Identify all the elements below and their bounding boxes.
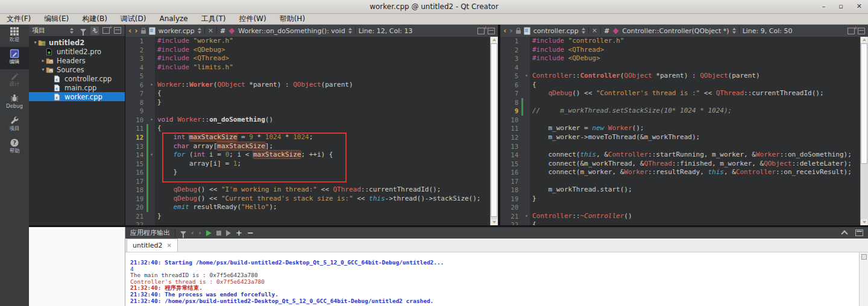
fold-margin <box>148 220 155 225</box>
close-document-icon[interactable]: × <box>208 25 213 36</box>
editor2-scrollbar[interactable] <box>860 37 868 225</box>
filter-tree-icon[interactable] <box>79 27 87 35</box>
symbol-dropdown-icon[interactable] <box>348 28 352 34</box>
menu-item[interactable]: 工具(T) <box>195 14 233 24</box>
symbol-dropdown-icon[interactable] <box>732 28 736 34</box>
run-icon[interactable] <box>206 230 212 236</box>
maximize-button[interactable]: ▫ <box>838 0 843 13</box>
output-scrollbar[interactable] <box>859 252 868 306</box>
menu-item[interactable]: 帮助(H) <box>273 14 312 24</box>
tree-item-untitled2[interactable]: ▾untitled2 <box>29 38 125 47</box>
editor1-code-area[interactable]: 1#include "worker.h"2#include <QDebug>3#… <box>125 37 491 225</box>
editor1-filename[interactable]: worker.cpp <box>159 27 195 35</box>
editor2-symbol[interactable]: Controller::Controller(QObject *) <box>622 27 729 35</box>
code-line: 20 <box>500 203 861 212</box>
sync-with-editor-icon[interactable] <box>90 27 99 35</box>
project-pane: 项目 ▾untitled2untitled2.pro▸hHeaders▾cSou… <box>29 25 125 225</box>
code-line: 7 qDebug() << "Controller's thread is :"… <box>500 89 861 98</box>
split-editor-icon[interactable] <box>477 28 485 34</box>
fold-marker-icon[interactable]: ▾ <box>148 151 155 160</box>
scroll-up-icon[interactable] <box>861 37 867 43</box>
menu-item[interactable]: 调试(D) <box>114 14 153 24</box>
close-button[interactable]: ✕ <box>857 0 862 13</box>
title-bar[interactable]: worker.cpp @ untitled2 - Qt Creator – ▫ … <box>0 0 868 14</box>
editor1-symbol[interactable]: Worker::on_doSomething(): void <box>238 27 345 35</box>
back-icon[interactable]: ‹ <box>128 25 131 36</box>
output-console[interactable]: 21:32:40: Starting /home/psx/build-untit… <box>125 252 860 306</box>
fold-marker-icon[interactable]: ▾ <box>523 72 530 81</box>
mode-item-design: 设计 <box>0 69 29 92</box>
zoom-in-icon[interactable]: + <box>236 228 242 238</box>
scroll-up-icon[interactable] <box>491 37 497 43</box>
fold-margin <box>148 46 155 55</box>
tree-item-untitled2-pro[interactable]: untitled2.pro <box>29 47 125 56</box>
close-split-icon[interactable] <box>858 28 865 34</box>
mode-item-projects[interactable]: 项目 <box>0 114 29 136</box>
expander-icon[interactable]: ▾ <box>40 67 46 72</box>
document-dropdown-icon[interactable] <box>582 28 585 34</box>
code-text: connect(this, &Controller::startRunning,… <box>530 151 852 160</box>
expander-icon[interactable]: ▾ <box>33 40 38 45</box>
mode-item-welcome[interactable]: 欢迎 <box>0 25 29 47</box>
split-editor-icon[interactable] <box>848 28 855 34</box>
split-pane-icon[interactable] <box>102 27 110 35</box>
close-split-icon[interactable] <box>488 28 495 34</box>
pane-selector-updown-icon[interactable] <box>68 27 76 35</box>
tree-item-sources[interactable]: ▾cSources <box>29 65 125 74</box>
line-number: 13 <box>500 142 521 151</box>
next-item-icon[interactable]: › <box>199 229 202 237</box>
symbol-hash-icon[interactable]: # <box>220 27 225 35</box>
back-icon[interactable]: ‹ <box>503 25 506 36</box>
zoom-out-icon[interactable]: − <box>247 228 254 238</box>
scroll-lock-icon[interactable] <box>861 254 867 260</box>
panel-window-icon[interactable] <box>855 230 863 236</box>
symbol-hash-icon[interactable]: # <box>604 27 609 35</box>
filter-output-icon[interactable] <box>180 231 186 235</box>
maximize-panel-icon[interactable] <box>841 230 848 237</box>
menu-item[interactable]: Analyze <box>153 14 194 24</box>
prev-item-icon[interactable]: ‹ <box>191 229 194 237</box>
mode-item-edit[interactable]: 编辑 <box>0 47 29 69</box>
tree-item-worker-cpp[interactable]: cworker.cpp <box>29 92 125 101</box>
fold-margin <box>523 220 530 225</box>
minimize-button[interactable]: – <box>822 0 826 13</box>
close-pane-icon[interactable] <box>113 27 122 35</box>
line-number: 2 <box>500 46 521 55</box>
code-text: #include "controller.h" <box>530 37 624 46</box>
editor1-scrollbar[interactable] <box>490 37 498 225</box>
menu-item[interactable]: 控件(W) <box>232 14 272 24</box>
forward-icon[interactable]: › <box>134 25 137 36</box>
code-text: connect(&m_workThread, &QThread::finishe… <box>530 160 852 169</box>
menu-item[interactable]: 构建(B) <box>75 14 114 24</box>
line-number: 21 <box>500 212 521 221</box>
rerun-debug-icon[interactable] <box>226 230 231 236</box>
mode-item-debug[interactable]: Debug <box>0 92 29 114</box>
line-number: 6 <box>500 81 521 90</box>
fold-marker-icon[interactable]: ▾ <box>148 116 155 125</box>
tree-item-headers[interactable]: ▸hHeaders <box>29 56 125 65</box>
tree-item-main-cpp[interactable]: cmain.cpp <box>29 83 125 92</box>
editor1-scroll-thumb[interactable] <box>491 43 497 217</box>
menu-item[interactable]: 编辑(E) <box>37 14 75 24</box>
scroll-down-icon[interactable] <box>491 219 497 225</box>
close-tab-icon[interactable]: ✕ <box>166 242 171 249</box>
menu-item[interactable]: 文件(F) <box>0 14 37 24</box>
mode-item-help[interactable]: ?帮助 <box>0 136 29 158</box>
editor2-code-area[interactable]: 1#include "controller.h"2#include <QThre… <box>500 37 861 225</box>
document-dropdown-icon[interactable] <box>198 28 201 34</box>
scroll-down-icon[interactable] <box>861 219 867 225</box>
expander-icon[interactable]: ▸ <box>40 58 46 63</box>
stop-icon[interactable] <box>216 231 221 236</box>
code-line: 20 emit resultReady("Hello"); <box>125 203 491 212</box>
code-text: { <box>530 220 536 225</box>
fold-marker-icon[interactable]: ▾ <box>148 81 155 90</box>
editor2-cursor-position: Line: 9, Col: 50 <box>743 27 793 35</box>
close-document-icon[interactable]: × <box>592 25 597 36</box>
forward-icon[interactable]: › <box>509 25 512 36</box>
fold-marker-icon[interactable]: ▾ <box>523 212 530 221</box>
editor2-scroll-thumb[interactable] <box>861 43 867 164</box>
output-tab-untitled2[interactable]: untitled2 ✕ <box>127 239 178 252</box>
code-line: 9// m_workThread.setStackSize(10* 1024 *… <box>500 107 861 116</box>
editor2-filename[interactable]: controller.cpp <box>533 27 579 35</box>
tree-item-controller-cpp[interactable]: ccontroller.cpp <box>29 74 125 83</box>
